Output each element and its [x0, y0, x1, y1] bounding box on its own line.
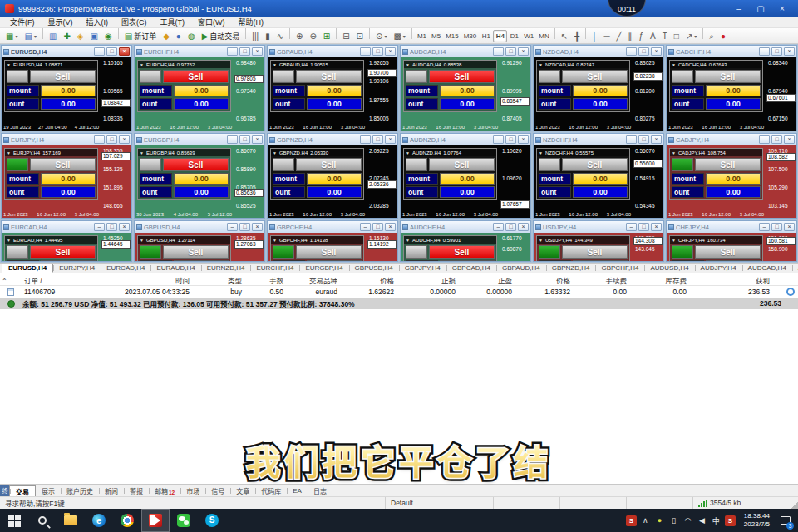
periods-button[interactable]: ⊙▾: [372, 30, 390, 43]
collapse-arrow-icon[interactable]: ▼: [7, 150, 11, 155]
buy-button[interactable]: [273, 245, 294, 259]
chart-minimize-button[interactable]: ‒: [360, 223, 371, 231]
new-order-button[interactable]: ▤新订单: [121, 30, 160, 43]
chart-restore-button[interactable]: □: [638, 223, 649, 231]
chart-restore-button[interactable]: □: [771, 223, 782, 231]
sell-amount-field[interactable]: 0.00: [440, 98, 495, 110]
profiles-button[interactable]: ▤▾: [21, 30, 39, 43]
sell-button[interactable]: Sell: [30, 245, 96, 259]
chart-restore-button[interactable]: □: [638, 135, 649, 144]
sell-amount-field[interactable]: 0.00: [41, 98, 96, 110]
chart-restore-button[interactable]: □: [372, 47, 383, 56]
column-header[interactable]: 时间: [100, 275, 192, 285]
file-explorer-button[interactable]: [57, 509, 85, 532]
menu-item[interactable]: 帮助(H): [232, 17, 271, 27]
close-button[interactable]: ×: [771, 4, 793, 13]
sell-amount-field[interactable]: 0.00: [174, 186, 229, 198]
column-header[interactable]: 类型: [192, 275, 244, 285]
sell-button[interactable]: Sell: [562, 70, 628, 83]
start-button[interactable]: [0, 509, 28, 532]
buy-amount-field[interactable]: 0.00: [706, 173, 761, 185]
chart-tab[interactable]: GBPCAD,H4: [446, 264, 496, 273]
sell-button[interactable]: Sell: [429, 70, 495, 83]
collapse-arrow-icon[interactable]: ▼: [140, 238, 144, 243]
toolbox-tab[interactable]: 市场: [180, 485, 205, 496]
minimize-button[interactable]: ‒: [728, 4, 750, 13]
order-row[interactable]: 114067092023.07.05 04:33:25buy0.50euraud…: [0, 286, 798, 298]
chart-restore-button[interactable]: □: [239, 223, 250, 231]
chart-close-button[interactable]: ×: [784, 47, 795, 56]
line-chart-button[interactable]: ∿: [273, 30, 287, 43]
column-header[interactable]: 止损: [397, 275, 458, 285]
toolbox-tab[interactable]: 新闻: [99, 485, 124, 496]
buy-button[interactable]: [672, 158, 693, 171]
sell-button[interactable]: Sell: [562, 158, 628, 171]
sell-amount-field[interactable]: 0.00: [706, 186, 761, 198]
chart-window-titlebar[interactable]: AUDNZD,H4 ‒ □ ×: [401, 134, 530, 145]
chart-window-titlebar[interactable]: NZDCAD,H4 ‒ □ ×: [534, 46, 663, 57]
candlestick-button[interactable]: ▮: [262, 30, 273, 43]
column-header[interactable]: 手续费: [573, 275, 629, 285]
buy-amount-field[interactable]: 0.00: [307, 260, 362, 261]
column-header[interactable]: 订单 /: [22, 275, 100, 285]
resize-grip[interactable]: [786, 497, 798, 509]
menu-item[interactable]: 文件(F): [3, 17, 42, 27]
menu-item[interactable]: 显示(V): [42, 17, 80, 27]
chart-minimize-button[interactable]: ‒: [360, 47, 371, 56]
community-button[interactable]: ●: [173, 30, 185, 43]
column-header[interactable]: 手数: [244, 275, 286, 285]
timeframe-button[interactable]: W1: [521, 30, 536, 42]
templates-button[interactable]: ▩▾: [390, 30, 408, 43]
buy-amount-field[interactable]: 0.00: [41, 260, 96, 261]
chart-window-titlebar[interactable]: EURJPY,H4 ‒ □ ×: [2, 134, 131, 145]
buy-amount-field[interactable]: 0.00: [706, 260, 761, 261]
buy-amount-field[interactable]: 0.00: [174, 173, 229, 185]
buy-button[interactable]: [7, 158, 28, 171]
buy-button[interactable]: [7, 245, 28, 259]
toolbox-close-icon[interactable]: ×: [2, 276, 7, 283]
horizontal-line-button[interactable]: ─: [600, 30, 613, 43]
chart-minimize-button[interactable]: ‒: [626, 223, 637, 231]
chart-window-titlebar[interactable]: GBPUSD,H4 ‒ □ ×: [135, 221, 264, 233]
chart-tab[interactable]: EURCHF,H4: [250, 264, 299, 273]
buy-amount-field[interactable]: 0.00: [440, 260, 495, 261]
timeframe-button[interactable]: H1: [479, 30, 493, 42]
chart-close-button[interactable]: ×: [119, 47, 130, 56]
vertical-line-button[interactable]: │: [589, 30, 600, 43]
chart-restore-button[interactable]: □: [505, 223, 516, 231]
label-button[interactable]: T: [659, 30, 671, 43]
sell-button[interactable]: Sell: [695, 158, 761, 171]
buy-amount-field[interactable]: 0.00: [174, 260, 229, 261]
chart-tab[interactable]: GBPNZD,H4: [546, 264, 596, 273]
buy-button[interactable]: [539, 245, 560, 259]
taskbar-clock[interactable]: 18:38:44 2023/7/5: [739, 512, 775, 529]
chart-close-button[interactable]: ×: [252, 223, 263, 231]
buy-amount-field[interactable]: 0.00: [440, 85, 495, 96]
toolbox-tab[interactable]: 展示: [36, 485, 61, 496]
buy-button[interactable]: [7, 70, 28, 83]
chart-minimize-button[interactable]: ‒: [227, 135, 238, 144]
buy-button[interactable]: [140, 158, 161, 171]
chart-restore-button[interactable]: □: [106, 223, 117, 231]
toolbox-tab[interactable]: 代码库: [255, 485, 287, 496]
chart-close-button[interactable]: ×: [252, 135, 263, 144]
chart-window-titlebar[interactable]: CADCHF,H4 ‒ □ ×: [667, 46, 796, 57]
chart-minimize-button[interactable]: ‒: [227, 47, 238, 56]
buy-amount-field[interactable]: 0.00: [307, 85, 362, 96]
timeframe-button[interactable]: M5: [429, 30, 443, 42]
sell-amount-field[interactable]: 0.00: [307, 98, 362, 110]
toolbox-tab[interactable]: EA: [287, 485, 308, 496]
chart-tab[interactable]: EURAUD,H4: [150, 264, 200, 273]
buy-amount-field[interactable]: 0.00: [573, 85, 628, 96]
timeframe-button[interactable]: M1: [415, 30, 429, 42]
buy-amount-field[interactable]: 0.00: [706, 85, 761, 96]
sell-button[interactable]: Sell: [429, 158, 495, 171]
chart-window-titlebar[interactable]: EURGBP,H4 ‒ □ ×: [135, 134, 264, 145]
chart-close-button[interactable]: ×: [518, 223, 529, 231]
chart-close-button[interactable]: ×: [385, 223, 396, 231]
buy-button[interactable]: [406, 70, 427, 83]
buy-button[interactable]: [539, 158, 560, 171]
collapse-arrow-icon[interactable]: ▼: [539, 62, 543, 67]
buy-amount-field[interactable]: 0.00: [174, 85, 229, 96]
skype-button[interactable]: S: [198, 509, 226, 532]
